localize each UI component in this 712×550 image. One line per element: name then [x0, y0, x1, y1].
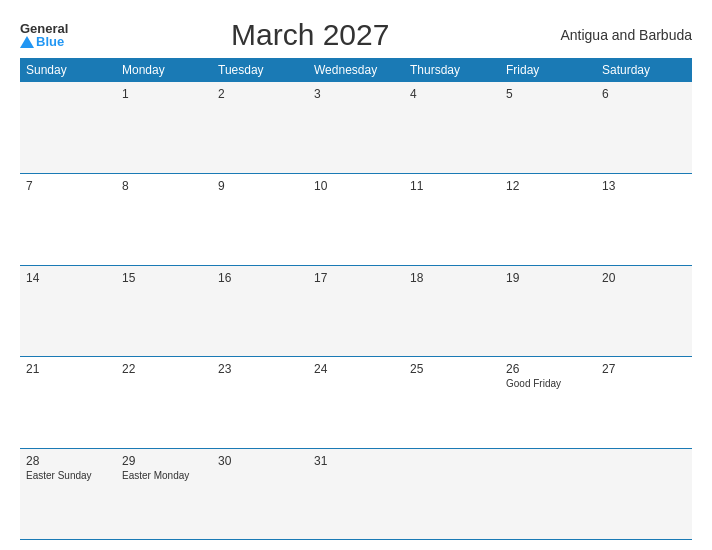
- calendar-cell: [404, 448, 500, 540]
- country-label: Antigua and Barbuda: [552, 27, 692, 43]
- calendar-cell: 8: [116, 174, 212, 266]
- week-row-5: 28Easter Sunday29Easter Monday3031: [20, 448, 692, 540]
- calendar-cell: 29Easter Monday: [116, 448, 212, 540]
- calendar-cell: 21: [20, 357, 116, 449]
- calendar-cell: 22: [116, 357, 212, 449]
- day-number: 29: [122, 454, 206, 468]
- day-number: 28: [26, 454, 110, 468]
- weekday-thursday: Thursday: [404, 58, 500, 82]
- weekday-header-row: SundayMondayTuesdayWednesdayThursdayFrid…: [20, 58, 692, 82]
- day-number: 11: [410, 179, 494, 193]
- calendar-cell: 7: [20, 174, 116, 266]
- calendar-cell: 31: [308, 448, 404, 540]
- day-number: 31: [314, 454, 398, 468]
- calendar-cell: 1: [116, 82, 212, 174]
- calendar-cell: 17: [308, 265, 404, 357]
- day-number: 19: [506, 271, 590, 285]
- day-number: 16: [218, 271, 302, 285]
- day-number: 4: [410, 87, 494, 101]
- logo: General Blue: [20, 22, 68, 48]
- day-number: 9: [218, 179, 302, 193]
- day-number: 2: [218, 87, 302, 101]
- day-number: 18: [410, 271, 494, 285]
- calendar-cell: 27: [596, 357, 692, 449]
- day-number: 8: [122, 179, 206, 193]
- calendar-table: SundayMondayTuesdayWednesdayThursdayFrid…: [20, 58, 692, 540]
- calendar-title: March 2027: [68, 18, 552, 52]
- day-number: 13: [602, 179, 686, 193]
- calendar-cell: 12: [500, 174, 596, 266]
- holiday-label: Easter Sunday: [26, 470, 110, 481]
- calendar-cell: 9: [212, 174, 308, 266]
- calendar-cell: [20, 82, 116, 174]
- calendar-cell: 15: [116, 265, 212, 357]
- weekday-friday: Friday: [500, 58, 596, 82]
- calendar-cell: 24: [308, 357, 404, 449]
- calendar-cell: 26Good Friday: [500, 357, 596, 449]
- day-number: 21: [26, 362, 110, 376]
- day-number: 24: [314, 362, 398, 376]
- calendar-cell: 11: [404, 174, 500, 266]
- holiday-label: Good Friday: [506, 378, 590, 389]
- calendar-cell: 13: [596, 174, 692, 266]
- day-number: 23: [218, 362, 302, 376]
- day-number: 20: [602, 271, 686, 285]
- day-number: 27: [602, 362, 686, 376]
- calendar-cell: 5: [500, 82, 596, 174]
- calendar-cell: 19: [500, 265, 596, 357]
- calendar-cell: 30: [212, 448, 308, 540]
- day-number: 14: [26, 271, 110, 285]
- calendar-cell: 10: [308, 174, 404, 266]
- week-row-4: 212223242526Good Friday27: [20, 357, 692, 449]
- weekday-sunday: Sunday: [20, 58, 116, 82]
- calendar-cell: 6: [596, 82, 692, 174]
- calendar-cell: 28Easter Sunday: [20, 448, 116, 540]
- calendar-cell: 16: [212, 265, 308, 357]
- calendar-cell: 20: [596, 265, 692, 357]
- day-number: 26: [506, 362, 590, 376]
- day-number: 30: [218, 454, 302, 468]
- day-number: 17: [314, 271, 398, 285]
- calendar-header: General Blue March 2027 Antigua and Barb…: [20, 10, 692, 58]
- week-row-2: 78910111213: [20, 174, 692, 266]
- day-number: 6: [602, 87, 686, 101]
- calendar-cell: 2: [212, 82, 308, 174]
- day-number: 22: [122, 362, 206, 376]
- weekday-saturday: Saturday: [596, 58, 692, 82]
- calendar-cell: 18: [404, 265, 500, 357]
- holiday-label: Easter Monday: [122, 470, 206, 481]
- week-row-1: 123456: [20, 82, 692, 174]
- weekday-wednesday: Wednesday: [308, 58, 404, 82]
- day-number: 1: [122, 87, 206, 101]
- day-number: 3: [314, 87, 398, 101]
- day-number: 12: [506, 179, 590, 193]
- logo-blue-text: Blue: [20, 35, 64, 48]
- day-number: 10: [314, 179, 398, 193]
- calendar-cell: [596, 448, 692, 540]
- day-number: 7: [26, 179, 110, 193]
- calendar-cell: 3: [308, 82, 404, 174]
- day-number: 15: [122, 271, 206, 285]
- day-number: 25: [410, 362, 494, 376]
- calendar-cell: 4: [404, 82, 500, 174]
- calendar-cell: [500, 448, 596, 540]
- calendar-cell: 25: [404, 357, 500, 449]
- calendar-cell: 23: [212, 357, 308, 449]
- calendar-body: 1234567891011121314151617181920212223242…: [20, 82, 692, 540]
- week-row-3: 14151617181920: [20, 265, 692, 357]
- calendar-cell: 14: [20, 265, 116, 357]
- weekday-monday: Monday: [116, 58, 212, 82]
- day-number: 5: [506, 87, 590, 101]
- logo-triangle-icon: [20, 36, 34, 48]
- weekday-tuesday: Tuesday: [212, 58, 308, 82]
